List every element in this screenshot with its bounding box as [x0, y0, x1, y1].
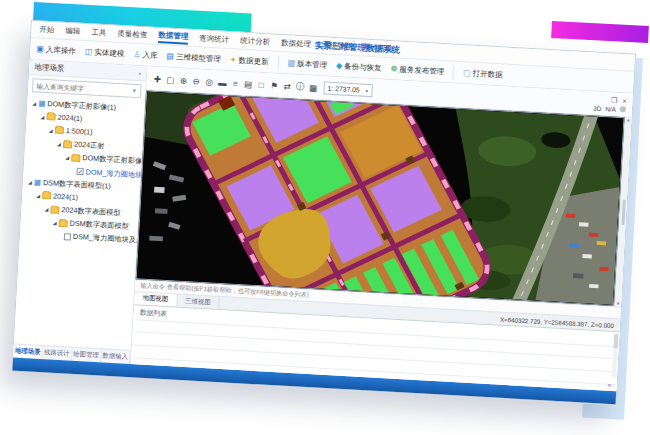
mode-3d-toggle[interactable]: 3D — [593, 104, 602, 111]
decor-bar-magenta — [551, 21, 649, 43]
layers-icon: ▦ — [34, 178, 42, 187]
scroll-thumb[interactable] — [621, 199, 625, 225]
map-corner-controls: ❐ × 3D N/A — [593, 95, 629, 113]
ribbon-separator — [277, 55, 279, 69]
expander-icon[interactable]: ◢ — [64, 154, 70, 160]
scroll-up-icon[interactable]: ▲ — [626, 117, 631, 122]
expander-icon[interactable]: ◢ — [52, 220, 58, 226]
ribbon-database-in-button[interactable]: ▣入库操作 — [36, 44, 76, 56]
ribbon-label: 数据更新 — [238, 55, 269, 67]
ribbon-model-manage-button[interactable]: ▤三维模型管理 — [166, 51, 221, 64]
panel-close-icon[interactable]: × — [607, 381, 612, 390]
zoom-extent-icon[interactable]: ◎ — [203, 76, 217, 87]
expander-icon[interactable]: ◢ — [43, 206, 49, 212]
menu-item-tools[interactable]: 工具 — [91, 27, 107, 38]
folder-icon — [71, 154, 80, 161]
expander-icon[interactable]: ◢ — [27, 179, 33, 185]
layer-list-icon[interactable]: ≡ — [229, 78, 243, 89]
zoom-out-icon[interactable]: ⊖ — [190, 75, 204, 86]
expander-icon[interactable]: ◢ — [31, 100, 37, 106]
expander-icon[interactable]: ◢ — [48, 127, 54, 133]
map-viewport[interactable] — [136, 91, 625, 306]
ribbon-label: 服务发布管理 — [399, 64, 444, 76]
menu-item-data-process[interactable]: 数据处理 — [281, 38, 312, 50]
select-icon[interactable]: ▢ — [164, 74, 178, 85]
folder-icon — [42, 192, 51, 199]
folder-icon — [50, 206, 59, 213]
checkbox-unchecked[interactable] — [64, 233, 71, 240]
swap-icon[interactable]: ⇄ — [280, 81, 294, 92]
tree-node-label: 2024正射 — [74, 140, 105, 152]
entity-model-icon: ◫ — [85, 47, 93, 56]
scale-combo[interactable]: 1: 2737.05 ▾ — [323, 81, 372, 97]
ribbon-label: 入库 — [142, 50, 158, 61]
filter-icon[interactable]: ▼ — [131, 88, 137, 94]
ribbon-backup-button[interactable]: ◆备份与恢复 — [336, 61, 382, 74]
ribbon-version-button[interactable]: ▥版本管理 — [287, 58, 327, 70]
tree-node-label: 2024(1) — [53, 192, 78, 202]
application-window: 开始 编辑 工具 质量检查 数据管理 查询统计 统计分析 数据处理 系统管理 系… — [11, 20, 636, 405]
flag-icon[interactable]: ⚑ — [267, 80, 281, 91]
menu-item-start[interactable]: 开始 — [39, 24, 55, 35]
map-panel: ✚ ▢ ⊕ ⊖ ◎ ▬ ≡ ▤ □ ⚑ ⇄ ⓘ ▦ 1: 2737.05 ▾ — [131, 67, 633, 392]
backup-icon: ◆ — [336, 61, 343, 70]
version-icon: ▥ — [287, 58, 295, 67]
folder-icon — [55, 127, 64, 134]
compass-icon[interactable] — [620, 106, 626, 112]
checkbox-checked[interactable]: ✓ — [76, 168, 83, 175]
person-icon: ♙ — [133, 50, 141, 59]
ribbon-label: 实体建模 — [94, 47, 125, 59]
layer-tree: ◢▦DOM数字正射影像(1) ◢2024(1) ◢1:500(1) ◢2024正… — [14, 95, 145, 350]
folder-icon — [46, 113, 55, 120]
tree-node-label: 1:500(1) — [66, 127, 93, 137]
pan-view-icon[interactable]: ▬ — [216, 77, 230, 88]
layers-icon: ▦ — [38, 99, 46, 108]
model-manage-icon: ▤ — [166, 52, 174, 61]
ribbon-separator — [453, 65, 455, 79]
pin-icon[interactable]: ▪ — [139, 70, 142, 77]
close-button[interactable]: × — [622, 97, 627, 105]
map-canvas[interactable] — [137, 92, 624, 305]
info-icon[interactable]: ⓘ — [293, 80, 307, 93]
ribbon-label: 版本管理 — [297, 58, 328, 70]
ribbon-label: 备份与恢复 — [344, 61, 382, 73]
data-update-icon: ✦ — [230, 55, 237, 64]
menu-item-data-manage[interactable]: 数据管理 — [158, 30, 189, 45]
expander-icon[interactable]: ◢ — [39, 113, 45, 119]
ribbon-label: 打开数据 — [472, 68, 503, 80]
clip-rect-icon[interactable]: □ — [254, 79, 268, 90]
open-data-icon: ▢ — [463, 68, 471, 77]
menu-item-stat-analysis[interactable]: 统计分析 — [240, 36, 271, 48]
menu-item-edit[interactable]: 编辑 — [65, 26, 81, 37]
pan-icon[interactable]: ✚ — [151, 73, 165, 84]
database-in-icon: ▣ — [36, 44, 44, 53]
ribbon-publish-button[interactable]: ❁服务发布管理 — [390, 64, 444, 77]
publish-icon: ❁ — [390, 64, 397, 73]
ribbon-person-button[interactable]: ♙入库 — [133, 49, 158, 60]
ribbon-label: 入库操作 — [46, 44, 77, 56]
menu-item-quality-check[interactable]: 质量检查 — [117, 29, 148, 41]
ribbon-label: 三维模型管理 — [176, 52, 221, 64]
grid-icon[interactable]: ▦ — [306, 82, 320, 93]
folder-icon — [63, 141, 72, 148]
menu-item-query-stats[interactable]: 查询统计 — [199, 33, 230, 45]
ribbon-data-update-button[interactable]: ✦数据更新 — [230, 55, 269, 67]
expander-icon[interactable]: ◢ — [56, 141, 62, 147]
folder-icon — [59, 220, 68, 227]
app-title: 实景三维管理数据系统 — [315, 40, 401, 57]
expander-icon[interactable]: ◢ — [35, 192, 41, 198]
tree-node-label: DSM_海力圈地块及周边 — [73, 232, 145, 246]
chevron-down-icon: ▾ — [366, 87, 369, 93]
search-input[interactable] — [36, 82, 131, 94]
ribbon-open-data-button[interactable]: ▢打开数据 — [463, 68, 503, 80]
maximize-button[interactable]: ❐ — [611, 96, 618, 104]
ribbon-entity-model-button[interactable]: ◫实体建模 — [85, 47, 125, 59]
page-background: 开始 编辑 工具 质量检查 数据管理 查询统计 统计分析 数据处理 系统管理 系… — [0, 0, 650, 435]
layers-sidebar: 地理场景 ▪ ▼ ◢▦DOM数字正射影像(1) ◢2024(1) ◢1:500(… — [13, 60, 147, 364]
tree-node-label: 2024(1) — [57, 113, 82, 123]
zoom-in-icon[interactable]: ⊕ — [177, 75, 191, 86]
attribute-table-icon[interactable]: ▤ — [242, 78, 256, 89]
sidebar-title: 地理场景 — [34, 62, 65, 74]
scale-value: 1: 2737.05 — [327, 85, 359, 94]
north-arrow-label[interactable]: N/A — [605, 105, 616, 113]
